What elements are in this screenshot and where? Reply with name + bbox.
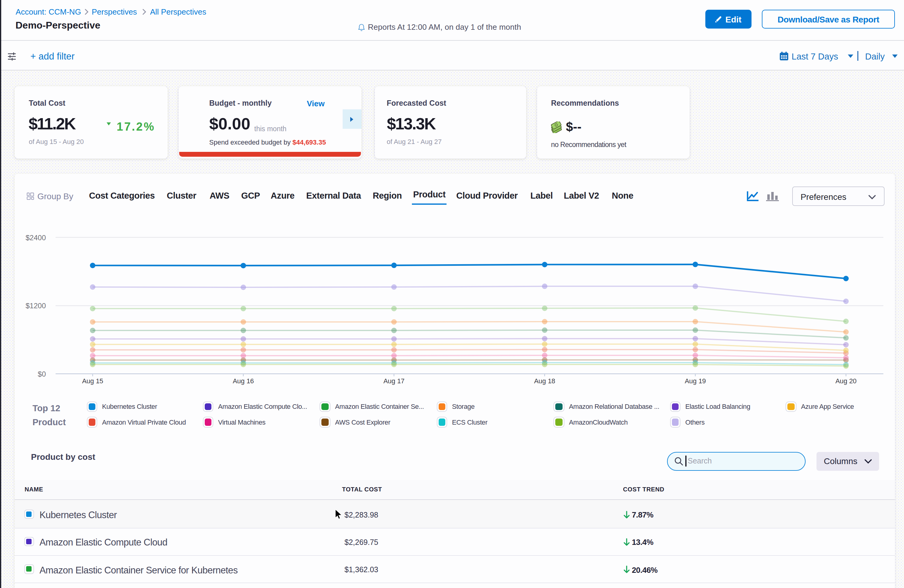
svg-text:Aug 16: Aug 16 (233, 377, 254, 385)
svg-text:Aug 20: Aug 20 (835, 377, 857, 385)
svg-text:Aug 18: Aug 18 (534, 377, 555, 385)
svg-text:Aug 19: Aug 19 (685, 377, 706, 385)
svg-text:Aug 17: Aug 17 (383, 377, 405, 385)
svg-text:$2400: $2400 (25, 234, 46, 242)
svg-text:$0: $0 (38, 370, 46, 378)
svg-text:Aug 15: Aug 15 (82, 377, 103, 385)
svg-text:$1200: $1200 (25, 302, 46, 310)
